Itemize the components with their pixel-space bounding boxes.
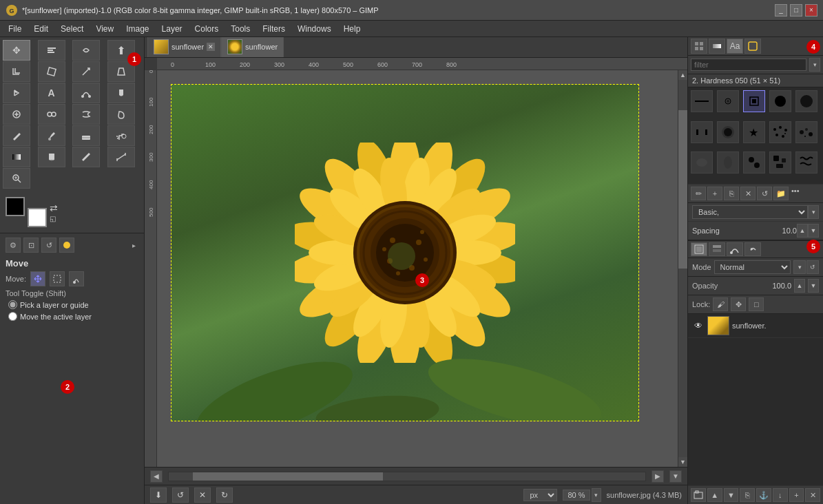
brushes-filter-input[interactable] (691, 59, 806, 71)
brush-action-refresh[interactable]: ↺ (757, 187, 772, 200)
radio-layer-guide[interactable]: Pick a layer or guide (3, 299, 141, 311)
menu-filters[interactable]: Filters (257, 23, 291, 35)
vscroll-up-button[interactable]: ▲ (678, 70, 687, 80)
brush-item-xlarge[interactable] (795, 90, 817, 112)
scroll-down2-button[interactable]: ▼ (669, 470, 682, 483)
move-tool[interactable]: ✥ (3, 40, 30, 61)
clone-tool[interactable] (38, 104, 65, 125)
opacity-spin-up[interactable]: ▲ (794, 279, 805, 293)
heal-tool[interactable] (3, 104, 30, 125)
brush-tab-patterns[interactable] (691, 39, 707, 54)
layer-up-button[interactable]: ▲ (707, 488, 722, 502)
ink-tool[interactable] (107, 83, 135, 103)
crop-tool[interactable] (3, 61, 30, 82)
rotate-tool[interactable] (38, 61, 65, 82)
layer-mode-selector[interactable]: Normal Multiply Screen (714, 260, 791, 274)
brush-item-blob3[interactable] (743, 151, 765, 174)
layer-copy-button[interactable]: ⎘ (740, 488, 755, 502)
tool-options-icon3[interactable]: ↺ (41, 238, 56, 253)
tool-options-collapse[interactable]: ▸ (129, 240, 138, 250)
brush-item-scatter1[interactable] (769, 121, 791, 143)
undo-button[interactable]: ↺ (172, 487, 189, 503)
brush-item-blob2[interactable] (717, 151, 739, 174)
new-layer-button[interactable]: + (789, 488, 804, 502)
align-tool[interactable] (38, 40, 65, 61)
brush-item-soft2[interactable] (717, 121, 739, 143)
brush-item-grunge2[interactable] (795, 151, 817, 174)
path-tool[interactable] (72, 83, 100, 103)
brush-item-scatter2[interactable] (795, 121, 817, 143)
canvas-viewport[interactable]: 3 (157, 70, 678, 467)
eraser-tool[interactable] (72, 125, 100, 146)
layer-anchor-button[interactable]: ⚓ (756, 488, 771, 502)
reset-colors-button[interactable]: ◱ (50, 215, 58, 222)
bucket-fill-tool[interactable] (38, 147, 65, 167)
brush-item-grunge1[interactable] (769, 151, 791, 174)
discard-button[interactable]: ✕ (194, 487, 211, 503)
new-layer-group-button[interactable] (691, 488, 706, 502)
redo-button[interactable]: ↻ (216, 487, 233, 503)
airbrush-tool[interactable] (107, 125, 135, 146)
flip-tool[interactable] (3, 83, 30, 103)
brush-action-open[interactable]: 📁 (773, 187, 789, 200)
swap-colors-button[interactable]: ⇄ (50, 202, 58, 213)
menu-select[interactable]: Select (55, 23, 89, 35)
menu-image[interactable]: Image (121, 23, 154, 35)
layers-tab-paths[interactable] (727, 242, 743, 256)
brush-item-selected[interactable] (743, 90, 765, 112)
close-button[interactable]: × (805, 4, 817, 17)
tool-options-icon1[interactable]: ⚙ (6, 238, 21, 253)
layers-tab-undo[interactable] (744, 242, 761, 256)
menu-file[interactable]: File (3, 23, 27, 35)
lasso-tool[interactable] (72, 40, 100, 61)
horizontal-scrollbar[interactable] (168, 472, 646, 481)
filter-dropdown-button[interactable]: ▾ (809, 58, 820, 72)
hscroll-thumb[interactable] (193, 472, 384, 481)
layer-eye-sunflower[interactable]: 👁 (692, 319, 705, 332)
canvas-tab-sunflower2[interactable]: sunflower (221, 37, 284, 57)
lock-position-button[interactable]: ✥ (731, 297, 746, 311)
move-path-icon[interactable] (69, 271, 84, 286)
menu-view[interactable]: View (90, 23, 119, 35)
brush-tab-fonts[interactable] (744, 39, 761, 54)
menu-edit[interactable]: Edit (28, 23, 54, 35)
radio-active-layer-input[interactable] (8, 312, 17, 321)
brush-action-copy[interactable]: ⎘ (724, 187, 739, 200)
radio-layer-guide-input[interactable] (8, 300, 17, 309)
scale-tool[interactable] (72, 61, 100, 82)
menu-colors[interactable]: Colors (189, 23, 225, 35)
brush-item-large[interactable] (769, 90, 791, 112)
layer-merge-button[interactable]: ↓ (773, 488, 788, 502)
brush-item-sq-outline[interactable] (691, 121, 713, 143)
vertical-scrollbar[interactable]: ▲ ▼ (678, 70, 687, 467)
menu-windows[interactable]: Windows (292, 23, 337, 35)
mode-history-button[interactable]: ↺ (806, 260, 819, 274)
move-selection-icon[interactable] (50, 271, 65, 286)
minimize-button[interactable]: _ (775, 4, 787, 17)
vscroll-down-button[interactable]: ▼ (678, 457, 687, 467)
brush-action-delete[interactable]: ✕ (740, 187, 756, 200)
canvas-tab-sunflower1[interactable]: sunflower ✕ (147, 37, 221, 57)
text-tool[interactable]: A (38, 83, 65, 103)
brush-action-new[interactable]: + (707, 187, 722, 200)
layers-tab-channels[interactable] (691, 242, 707, 256)
brush-action-edit[interactable]: ✏ (691, 187, 706, 200)
color-picker-tool[interactable] (72, 147, 100, 167)
lock-alpha-button[interactable]: □ (749, 297, 764, 311)
dodge-burn-tool[interactable] (107, 104, 135, 125)
layer-row-sunflower[interactable]: 👁 sunflower. (688, 314, 823, 338)
preset-dropdown-button[interactable]: ▾ (808, 205, 819, 219)
zoom-dropdown-button[interactable]: ▾ (592, 488, 601, 502)
mode-prev-button[interactable]: ▾ (793, 260, 806, 274)
gradient-tool[interactable] (3, 147, 30, 167)
layers-tab-layers[interactable] (709, 242, 725, 256)
brush-tab-brushes[interactable]: Aa (727, 39, 743, 54)
lock-pixels-button[interactable]: 🖌 (713, 297, 728, 311)
zoom-canvas-tool[interactable] (3, 168, 30, 189)
layer-down-button[interactable]: ▼ (724, 488, 739, 502)
hscroll-left-button[interactable]: ◀ (150, 470, 163, 483)
preset-selector[interactable]: Basic, (692, 205, 808, 219)
brush-item-star[interactable]: ★ (743, 121, 765, 143)
spacing-spin-down[interactable]: ▼ (808, 224, 819, 238)
measure-tool[interactable] (107, 147, 135, 167)
